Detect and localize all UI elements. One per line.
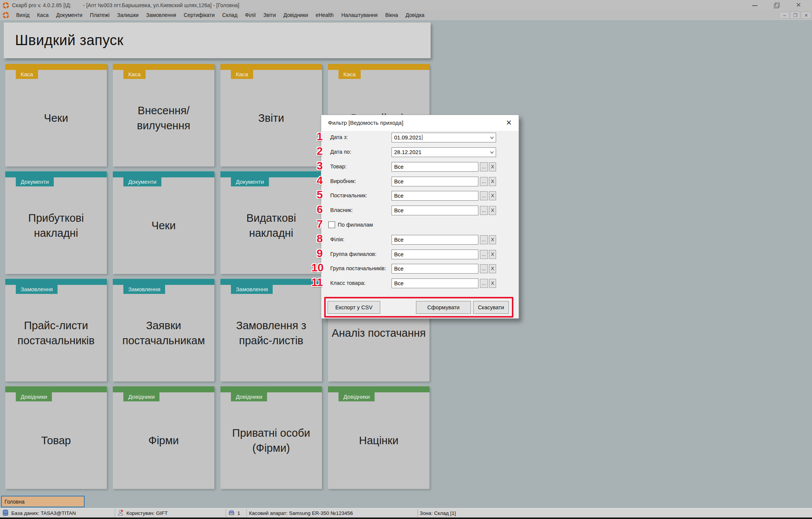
lookup-clear-button[interactable]: X (489, 279, 496, 288)
lookup-input[interactable]: Все (392, 191, 478, 201)
menu-item-3[interactable]: Платежі (86, 11, 113, 19)
field-label: Дата з: (330, 134, 348, 140)
minimize-icon[interactable] (752, 2, 758, 8)
lookup-clear-button[interactable]: X (489, 250, 496, 259)
mdi-close-icon[interactable]: ✕ (801, 12, 811, 19)
field-label: Постачальник: (330, 192, 367, 198)
tile-label: Заявки постачальникам (113, 285, 214, 381)
status-segment-2: 1 (228, 508, 240, 518)
menu-item-14[interactable]: Довідка (402, 11, 428, 19)
lookup-input[interactable]: Все (392, 235, 478, 245)
dialog-row-10: 10Група постачальників:Все…X (321, 264, 519, 274)
tile-category-bar (113, 386, 214, 392)
mdi-restore-icon[interactable]: ❐ (790, 12, 800, 19)
menu-item-9[interactable]: Звіти (260, 11, 279, 19)
menu-item-7[interactable]: Склад (219, 11, 241, 19)
annotation-number-3: 3 (317, 160, 323, 172)
tile-1-2[interactable]: ДокументиВидаткові накладні (220, 171, 322, 274)
lookup-input[interactable]: Все (392, 162, 478, 172)
menu-item-4[interactable]: Залишки (113, 11, 142, 19)
lookup-input[interactable]: Все (392, 278, 478, 288)
bottom-border (0, 517, 812, 519)
field-input-wrap: Все…X (392, 177, 496, 186)
lookup-more-button[interactable]: … (480, 264, 488, 273)
tile-label: Внесення/вилучення (113, 70, 214, 166)
tile-3-1[interactable]: ДовідникиФірми (113, 386, 214, 489)
tile-label: Приватні особи (Фірми) (220, 392, 322, 489)
menu-item-2[interactable]: Документи (52, 11, 86, 19)
window-title: Скарб pro v. 4.0.2.85 [ІД: - [Апт №003 п… (12, 2, 239, 8)
app-logo-icon (3, 2, 9, 9)
tile-1-1[interactable]: ДокументиЧеки (113, 171, 214, 274)
lookup-clear-button[interactable]: X (489, 206, 496, 215)
home-tab[interactable]: Головна (1, 496, 85, 507)
lookup-clear-button[interactable]: X (489, 191, 496, 200)
close-icon[interactable]: ✕ (795, 2, 801, 8)
dialog-row-1: 1Дата з:01.09.2021 (321, 133, 519, 142)
lookup-more-button[interactable]: … (480, 191, 488, 200)
date-combo-input[interactable]: 28.12.2021 (392, 147, 496, 157)
lookup-input[interactable]: Все (392, 206, 478, 215)
tile-category-bar (220, 64, 322, 70)
menu-item-12[interactable]: Налаштування (337, 11, 381, 19)
restore-icon[interactable] (774, 2, 780, 8)
lookup-clear-button[interactable]: X (489, 177, 496, 186)
lookup-more-button[interactable]: … (480, 235, 488, 244)
annotation-number-8: 8 (317, 233, 323, 245)
text-caret (422, 135, 422, 140)
lookup-more-button[interactable]: … (480, 250, 488, 259)
menu-item-1[interactable]: Каса (33, 11, 52, 19)
lookup-more-button[interactable]: … (480, 206, 488, 215)
lookup-more-button[interactable]: … (480, 162, 488, 171)
tile-0-1[interactable]: КасаВнесення/вилучення (113, 64, 214, 166)
field-input-wrap: Все…X (392, 250, 496, 259)
status-segment-0: База даних: TASA3@TITAN (2, 508, 76, 518)
menu-item-11[interactable]: eHealth (312, 11, 337, 19)
menu-item-13[interactable]: Вікна (381, 11, 402, 19)
lookup-clear-button[interactable]: X (489, 264, 496, 273)
tile-label: Замовлення з прайс-листів (220, 285, 322, 381)
annotation-number-5: 5 (317, 189, 323, 201)
date-combo-input[interactable]: 01.09.2021 (392, 133, 496, 142)
form-report-button[interactable]: Сформувати (416, 301, 471, 314)
status-segment-1: Користувач: GIFT (117, 508, 168, 518)
lookup-clear-button[interactable]: X (489, 235, 496, 244)
tile-label: Прибуткові накладні (5, 177, 107, 274)
cancel-button[interactable]: Скасувати (473, 301, 509, 314)
tile-3-2[interactable]: ДовідникиПриватні особи (Фірми) (220, 386, 322, 489)
lookup-input[interactable]: Все (392, 250, 478, 259)
lookup-input[interactable]: Все (392, 264, 478, 274)
tile-3-0[interactable]: ДовідникиТовар (5, 386, 107, 489)
field-input-wrap: Все…X (392, 235, 496, 245)
dialog-close-icon[interactable]: ✕ (504, 118, 513, 127)
status-separator (417, 509, 418, 517)
dialog-title: Фильтр [Ведомость прихода] (328, 120, 403, 126)
tile-category-bar (220, 171, 322, 177)
menu-item-5[interactable]: Замовлення (143, 11, 180, 19)
field-label: Класс товара: (330, 280, 366, 286)
lookup-more-button[interactable]: … (480, 177, 488, 186)
tile-2-2[interactable]: ЗамовленняЗамовлення з прайс-листів (220, 279, 322, 381)
lookup-more-button[interactable]: … (480, 279, 488, 288)
dialog-row-8: 8Філія:Все…X (321, 235, 519, 245)
menu-item-6[interactable]: Сертифікати (180, 11, 218, 19)
app-window: Скарб pro v. 4.0.2.85 [ІД: - [Апт №003 п… (0, 0, 812, 519)
filter-dialog: Фильтр [Ведомость прихода] ✕ 1Дата з:01.… (321, 115, 519, 319)
tile-2-0[interactable]: ЗамовленняПрайс-листи постачальників (5, 279, 107, 381)
lookup-input[interactable]: Все (392, 177, 478, 186)
lookup-clear-button[interactable]: X (489, 162, 496, 171)
field-input-wrap: Все…X (392, 206, 496, 215)
export-csv-button[interactable]: Експорт у CSV (328, 301, 380, 314)
mdi-minimize-icon[interactable]: – (779, 12, 789, 19)
menu-item-10[interactable]: Довідники (280, 11, 312, 19)
tile-0-2[interactable]: КасаЗвіти (220, 64, 322, 166)
menu-item-8[interactable]: Філії (241, 11, 260, 19)
tile-2-1[interactable]: ЗамовленняЗаявки постачальникам (113, 279, 214, 381)
tile-1-0[interactable]: ДокументиПрибуткові накладні (5, 171, 107, 274)
tile-0-0[interactable]: КасаЧеки (5, 64, 107, 166)
status-text: База даних: TASA3@TITAN (11, 510, 76, 516)
tile-3-3[interactable]: ДовідникиНацінки (328, 386, 430, 489)
menu-item-0[interactable]: Вихід (12, 11, 33, 19)
filial-checkbox[interactable] (328, 221, 335, 228)
field-label: Товар: (330, 163, 347, 169)
